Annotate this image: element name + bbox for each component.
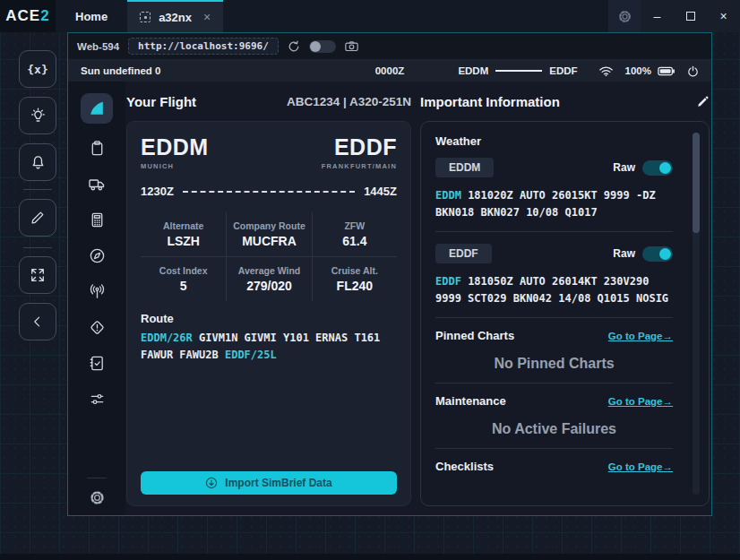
flight-card: EDDM MUNICH EDDF FRANKFURT/MAIN 1230Z 14…: [126, 121, 411, 506]
fullscreen-button[interactable]: [19, 256, 56, 294]
weather-station-row: EDDM Raw: [435, 157, 694, 178]
minimize-icon: –: [654, 9, 661, 23]
collapse-button[interactable]: [19, 303, 56, 340]
window-controls: – ×: [641, 0, 740, 32]
important-info-title: Important Information: [420, 94, 560, 109]
sidebar-item-checklists[interactable]: [87, 351, 107, 375]
titlebar: ACE2 Home a32nx × – ×: [0, 0, 740, 32]
variables-button[interactable]: {x}: [19, 50, 56, 88]
close-button[interactable]: ×: [707, 0, 740, 32]
metar-eddm: EDDM 181020Z AUTO 26015KT 9999 -DZ BKN01…: [435, 187, 675, 220]
truck-icon: [88, 175, 106, 193]
sidebar-divider: [23, 189, 52, 190]
edit-layout-button[interactable]: [696, 95, 710, 108]
sidebar-item-performance[interactable]: [87, 208, 107, 231]
sidebar-item-navigation[interactable]: [87, 244, 107, 267]
antenna-icon: [89, 283, 106, 300]
info-average-wind: Average Wind 279/020: [226, 256, 311, 301]
scan-icon: [140, 12, 151, 22]
metar-station-code: EDDF: [435, 275, 461, 288]
progress-destination: EDDF: [549, 65, 577, 76]
scrollbar-thumb[interactable]: [693, 133, 700, 233]
sidebar-divider: [87, 478, 107, 478]
destination-city: FRANKFURT/MAIN: [322, 162, 397, 170]
divider: [435, 231, 673, 232]
lights-button[interactable]: [19, 97, 56, 134]
station-chip-eddm[interactable]: EDDM: [435, 158, 494, 177]
sidebar-item-settings[interactable]: [89, 489, 106, 506]
sidebar-item-ground-services[interactable]: [87, 172, 107, 195]
warning-diamond-icon: [89, 319, 106, 336]
screenshot-button[interactable]: [345, 40, 358, 52]
checklists-header: Checklists Go to Page→: [435, 460, 673, 473]
departure-time: 1230Z: [141, 185, 174, 198]
browser-bar: Web-594 http://localhost:9696/: [68, 33, 711, 60]
origin-city: MUNICH: [141, 162, 209, 170]
pencil-icon: [696, 95, 710, 108]
weather-label: Weather: [435, 134, 694, 148]
tab-aircraft-label: a32nx: [159, 11, 192, 24]
pinned-charts-goto-link[interactable]: Go to Page→: [608, 331, 673, 341]
tab-close-icon[interactable]: ×: [203, 10, 211, 24]
tab-home[interactable]: Home: [56, 0, 127, 32]
pencil-icon: [30, 210, 46, 226]
important-info-panel: Important Information Weather EDDM Raw: [420, 89, 710, 508]
bell-icon: [30, 154, 47, 171]
arrival-time: 1445Z: [364, 185, 397, 198]
metar-text: 181050Z AUTO 26014KT 230V290 9999 SCT029…: [435, 275, 668, 305]
flight-info-grid: Alternate LSZH Company Route MUCFRA ZFW …: [141, 212, 397, 301]
sidebar-item-dispatch[interactable]: [87, 136, 107, 159]
route-string: EDDM/26R GIVM1N GIVMI Y101 ERNAS T161 FA…: [141, 330, 405, 363]
route-departure: EDDM/26R: [141, 332, 193, 344]
route-section: Route EDDM/26R GIVM1N GIVMI Y101 ERNAS T…: [141, 312, 397, 363]
minimize-button[interactable]: –: [641, 0, 674, 32]
notifications-button[interactable]: [19, 143, 56, 181]
maintenance-goto-link[interactable]: Go to Page→: [608, 396, 673, 407]
session-label: Web-594: [77, 41, 119, 52]
progress-origin: EDDM: [458, 65, 488, 76]
sidebar-item-presets[interactable]: [87, 387, 107, 410]
sidebar-item-failures[interactable]: [87, 315, 107, 339]
station-chip-eddf[interactable]: EDDF: [435, 244, 492, 263]
metar-eddf: EDDF 181050Z AUTO 26014KT 230V290 9999 S…: [435, 273, 675, 306]
logo-accent: 2: [40, 7, 49, 25]
url-field[interactable]: http://localhost:9696/: [128, 38, 279, 55]
statusbar-time: 0000Z: [375, 65, 405, 76]
calculator-icon: [89, 211, 106, 228]
power-button[interactable]: [687, 65, 699, 77]
raw-toggle-label: Raw: [613, 247, 635, 260]
settings-gear-button[interactable]: [608, 0, 641, 32]
checklists-goto-link[interactable]: Go to Page→: [608, 461, 673, 472]
import-simbrief-button[interactable]: Import SimBrief Data: [141, 471, 397, 495]
your-flight-panel: Your Flight ABC1234 | A320-251N EDDM MUN…: [126, 89, 411, 508]
efb-sidebar: [68, 82, 125, 515]
scrollbar-track[interactable]: [693, 133, 700, 495]
info-alternate: Alternate LSZH: [141, 212, 226, 256]
browser-toggle[interactable]: [309, 40, 336, 53]
maximize-icon: [686, 12, 695, 21]
pinned-charts-empty: No Pinned Charts: [435, 356, 673, 372]
sidebar-item-atc[interactable]: [87, 280, 107, 303]
edit-button[interactable]: [19, 199, 56, 237]
sliders-icon: [89, 391, 106, 408]
maximize-button[interactable]: [674, 0, 707, 32]
flight-number: ABC1234 | A320-251N: [287, 95, 411, 108]
raw-toggle[interactable]: [642, 246, 673, 262]
lightbulb-icon: [30, 108, 47, 125]
tab-aircraft[interactable]: a32nx ×: [127, 0, 223, 32]
battery-icon: [658, 66, 675, 76]
info-cruise-alt: Cruise Alt. FL240: [312, 256, 397, 301]
metar-station-code: EDDM: [435, 189, 461, 202]
checklist-icon: [89, 355, 106, 372]
raw-toggle[interactable]: [642, 160, 673, 176]
variables-icon: {x}: [27, 63, 47, 76]
route-arrival: EDDF/25L: [225, 349, 277, 361]
important-info-card: Weather EDDM Raw EDDM 181020Z AUTO 26015…: [420, 121, 710, 506]
info-company-route: Company Route MUCFRA: [226, 212, 311, 256]
expand-icon: [30, 267, 46, 283]
app-logo: ACE2: [0, 0, 56, 32]
sidebar-item-dashboard[interactable]: [81, 93, 113, 124]
refresh-button[interactable]: [288, 40, 300, 53]
info-cost-index: Cost Index 5: [141, 256, 226, 301]
efb-window: Web-594 http://localhost:9696/ Sun undef…: [67, 32, 712, 516]
